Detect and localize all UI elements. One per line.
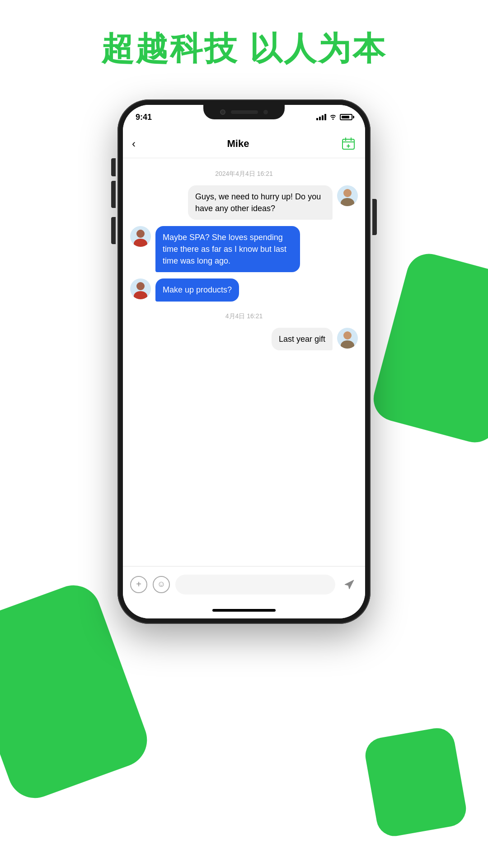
battery-icon (340, 114, 352, 120)
signal-icon (316, 114, 326, 120)
emoji-icon: ☺ (157, 580, 165, 589)
status-bar: 9:41 (123, 105, 365, 129)
message-input[interactable] (175, 575, 335, 594)
messages-area: 2024年4月4日 16:21 Guys, we need to hurry u… (123, 158, 365, 566)
bg-shape-right-bottom (362, 725, 469, 839)
back-button[interactable]: ‹ (132, 137, 136, 150)
add-button[interactable]: + (130, 576, 147, 593)
message-row-1: Guys, we need to hurry up! Do you have a… (188, 185, 358, 220)
page-headline: 超越科技 以人为本 (0, 27, 488, 71)
chat-contact-name: Mike (227, 138, 249, 150)
avatar-sent-4 (337, 328, 358, 349)
status-icons (316, 113, 352, 121)
power-button (372, 199, 377, 235)
timestamp-1: 2024年4月4日 16:21 (130, 170, 358, 178)
speaker (231, 110, 258, 114)
sensor-dot (263, 110, 268, 114)
volume-up-button (111, 181, 116, 208)
bubble-sent-1: Guys, we need to hurry up! Do you have a… (188, 185, 333, 220)
bubble-received-3: Make up products? (155, 278, 239, 301)
calendar-button[interactable] (341, 136, 356, 151)
timestamp-2: 4月4日 16:21 (130, 312, 358, 321)
phone-mockup: 9:41 (117, 99, 371, 624)
home-indicator (123, 602, 365, 618)
phone-screen: 9:41 (123, 105, 365, 618)
chat-header: ‹ Mike (123, 129, 365, 158)
mute-button (111, 158, 116, 176)
input-bar: + ☺ (123, 566, 365, 602)
status-time: 9:41 (136, 113, 152, 122)
bubble-received-2: Maybe SPA? She loves spending time there… (155, 226, 300, 272)
bubble-sent-4: Last year gift (272, 328, 333, 350)
wifi-icon (329, 113, 337, 121)
message-row-4: Last year gift (272, 328, 358, 350)
volume-down-button (111, 217, 116, 244)
front-camera (220, 109, 225, 115)
home-bar (212, 609, 276, 612)
send-button[interactable] (341, 576, 358, 593)
emoji-button[interactable]: ☺ (153, 576, 170, 593)
bg-shape-right-top (369, 249, 488, 448)
avatar-received-3 (130, 278, 151, 299)
phone-shell: 9:41 (117, 99, 371, 624)
avatar-sent-1 (337, 185, 358, 206)
message-row-3: Make up products? (130, 278, 239, 301)
notch (203, 105, 285, 119)
plus-icon: + (136, 579, 141, 590)
avatar-received-2 (130, 226, 151, 247)
message-row-2: Maybe SPA? She loves spending time there… (130, 226, 300, 272)
